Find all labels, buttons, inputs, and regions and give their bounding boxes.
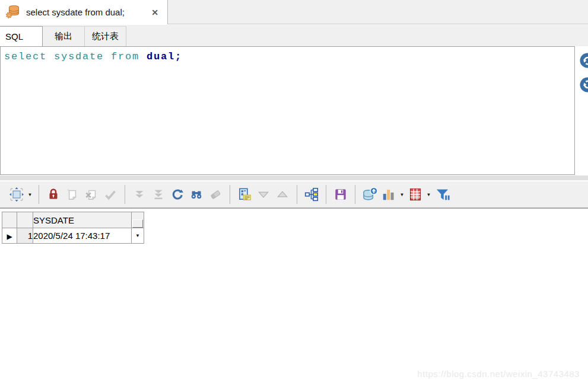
grid-header-row: SYSDATE (2, 212, 144, 228)
filter-button[interactable] (433, 185, 451, 204)
tab-output[interactable]: 输出 (43, 26, 85, 46)
grid-layout-button[interactable] (8, 185, 26, 204)
lock-button[interactable] (45, 185, 62, 204)
toolbar-separator (297, 185, 297, 204)
current-row-indicator-cell: ▶ (2, 228, 17, 244)
row-number-cell[interactable]: 1 (17, 228, 33, 244)
floating-action-button-top[interactable] (580, 53, 588, 68)
tab-sql-label: SQL (5, 31, 23, 42)
cell-dropdown-cell: ▼ (132, 228, 144, 244)
row-indicator-icon: ▶ (7, 232, 12, 241)
sql-identifier-text: dual; (147, 51, 182, 62)
toolbar-separator (326, 185, 326, 204)
export-data-button[interactable] (361, 185, 379, 204)
grid-data-row: ▶ 1 2020/5/24 17:43:17 ▼ (2, 228, 144, 244)
find-button[interactable] (187, 185, 205, 204)
previous-record-button[interactable] (255, 185, 272, 204)
close-tab-icon[interactable]: ✕ (150, 8, 160, 17)
chart-dropdown-icon[interactable]: ▼ (398, 185, 406, 204)
single-record-view-button[interactable] (236, 185, 253, 204)
sql-keyword-text: select sysdate from (4, 51, 147, 62)
grid-header-sysdate[interactable]: SYSDATE (33, 212, 132, 228)
document-tab-sql-window[interactable]: select sysdate from dual; ✕ (0, 0, 168, 24)
post-changes-button[interactable] (101, 185, 119, 204)
floating-action-button-bottom[interactable] (580, 77, 588, 92)
sql-code-line: select sysdate from dual; (4, 51, 574, 62)
document-tab-title: select sysdate from dual; (26, 7, 125, 17)
grid-header-button[interactable] (132, 219, 143, 228)
grid-header-rownum-cell (17, 212, 33, 228)
add-record-button[interactable] (63, 185, 81, 204)
report-dropdown-icon[interactable]: ▼ (425, 185, 433, 204)
result-tabbar: SQL 输出 统计表 (0, 25, 588, 46)
tab-output-label: 输出 (55, 31, 72, 42)
toolbar-separator (355, 185, 355, 204)
grid-header-indicator-cell (2, 212, 17, 228)
toolbar-separator (125, 185, 125, 204)
splitter-handle[interactable] (0, 175, 588, 181)
master-detail-button[interactable] (303, 185, 320, 204)
toolbar-separator (39, 185, 39, 204)
sql-window-icon (5, 4, 21, 21)
clear-button[interactable] (206, 185, 224, 204)
tab-statistics[interactable]: 统计表 (85, 26, 126, 46)
grid-layout-dropdown-icon[interactable]: ▼ (26, 185, 34, 204)
fetch-last-page-button[interactable] (150, 185, 167, 204)
tab-sql[interactable]: SQL (0, 26, 43, 46)
sql-editor[interactable]: select sysdate from dual; (0, 46, 575, 175)
document-tabbar: select sysdate from dual; ✕ (0, 0, 588, 24)
toolbar-separator (230, 185, 230, 204)
tab-statistics-label: 统计表 (92, 31, 119, 42)
fetch-next-page-button[interactable] (131, 185, 148, 204)
report-button[interactable] (406, 185, 424, 204)
chart-button[interactable] (380, 185, 398, 204)
cell-dropdown-icon[interactable]: ▼ (132, 228, 144, 243)
watermark-text: https://blog.csdn.net/weixin_43743483 (417, 369, 580, 379)
delete-record-button[interactable] (82, 185, 100, 204)
grid-header-corner-cell (132, 212, 144, 228)
refresh-button[interactable] (169, 185, 186, 204)
save-results-button[interactable] (332, 185, 349, 204)
next-record-button[interactable] (274, 185, 291, 204)
results-grid: SYSDATE ▶ 1 2020/5/24 17:43:17 ▼ (2, 212, 144, 244)
results-toolbar: ▼ (0, 181, 588, 209)
sysdate-value-cell[interactable]: 2020/5/24 17:43:17 (33, 228, 132, 244)
